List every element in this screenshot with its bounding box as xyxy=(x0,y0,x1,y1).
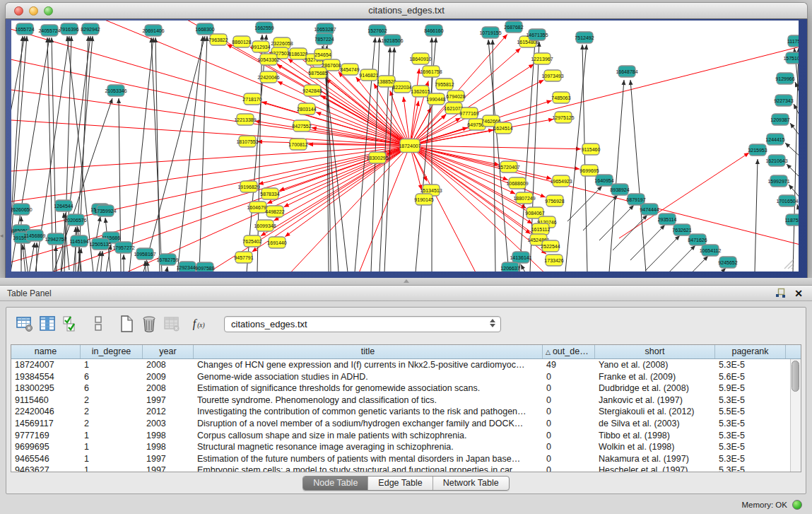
graph-edge xyxy=(410,146,581,149)
split-pane-divider[interactable] xyxy=(0,278,812,285)
table-cell: 6 xyxy=(81,371,143,383)
graph-edge xyxy=(630,80,646,271)
edge-arrowhead xyxy=(540,194,546,198)
graph-node-label: 2803144 xyxy=(297,107,316,112)
tab-network-table[interactable]: Network Table xyxy=(433,477,509,490)
scrollbar-thumb[interactable] xyxy=(792,361,799,392)
memory-status-indicator[interactable] xyxy=(792,500,802,510)
column-header-year[interactable]: year xyxy=(143,345,194,358)
graph-node-label: 6879197 xyxy=(626,197,645,202)
new-table-button[interactable] xyxy=(117,314,136,334)
merge-tables-button[interactable] xyxy=(88,314,108,334)
graph-node-label: 1244415 xyxy=(765,137,784,142)
edge-arrowhead xyxy=(744,153,749,157)
table-row[interactable]: 1938455462009Genome-wide association stu… xyxy=(11,371,790,383)
table-tab-group: Node TableEdge TableNetwork Table xyxy=(302,476,509,491)
graph-node-label: 8186328 xyxy=(288,52,307,57)
table-row[interactable]: 946554611997Estimation of the future num… xyxy=(11,453,790,465)
table-row[interactable]: 911546021997Tourette syndrome. Phenomeno… xyxy=(11,395,790,407)
table-cell: 6 xyxy=(81,382,143,395)
table-settings-button[interactable] xyxy=(15,314,35,334)
graph-node-label: 24055724 xyxy=(38,28,60,33)
table-cell: Structural magnetic resonance image aver… xyxy=(194,441,543,453)
float-panel-button[interactable] xyxy=(774,288,787,299)
network-frame: 1872400779638228860128991293423226058932… xyxy=(5,19,808,278)
graph-node-label: 7485063 xyxy=(551,95,570,100)
table-row[interactable]: 969969511998Structural magnetic resonanc… xyxy=(11,441,790,453)
graph-node-label: 10958167 xyxy=(134,252,155,257)
memory-status-label: Memory: OK xyxy=(741,501,787,509)
graph-node-label: 18807249 xyxy=(513,196,535,201)
close-panel-button[interactable]: ✕ xyxy=(792,288,805,299)
table-row[interactable]: 1872400712008Changes of HCN gene express… xyxy=(11,359,790,371)
window-titlebar[interactable]: citations_edges.txt xyxy=(5,2,808,19)
table-cell: 1 xyxy=(81,359,143,371)
column-header-pagerank[interactable]: pagerank xyxy=(715,345,786,358)
function-builder-button[interactable]: f (x) xyxy=(190,314,210,334)
table-scrollbar[interactable] xyxy=(790,359,801,472)
graph-node-label: 15992971 xyxy=(767,179,789,184)
table-row[interactable]: 2242004622012Investigating the contribut… xyxy=(11,406,790,418)
status-bar: Memory: OK xyxy=(0,495,812,514)
table-cell: 1998 xyxy=(143,430,194,442)
edge-arrowhead xyxy=(392,47,396,52)
graph-node-label: 1187533 xyxy=(785,218,799,223)
table-cell: Yano et al. (2008) xyxy=(595,359,715,371)
table-row[interactable]: 946362711997Embryonic stem cells: a mode… xyxy=(11,465,790,472)
tab-node-table[interactable]: Node Table xyxy=(303,477,367,490)
table-cell: Investigating the contribution of common… xyxy=(194,406,543,418)
table-row[interactable]: 1456911722003Disruption of a novel membe… xyxy=(11,418,790,430)
select-rows-button[interactable] xyxy=(60,314,80,334)
delete-table-button[interactable] xyxy=(139,314,159,334)
table-cell: Jankovic et al. (1997) xyxy=(595,395,715,407)
resize-grip-icon[interactable] xyxy=(783,258,796,269)
graph-node-label: 10543362 xyxy=(257,57,279,62)
show-columns-button[interactable] xyxy=(37,314,57,334)
graph-node-label: 1668300 xyxy=(195,27,214,32)
graph-node-label: 8466160 xyxy=(424,28,443,33)
zoom-window-button[interactable] xyxy=(44,6,53,16)
graph-node-label: 9756928 xyxy=(545,199,564,204)
graph-node-label: 8471626 xyxy=(688,238,707,243)
table-cell: 1 xyxy=(81,441,143,453)
graph-node-label: 19218506 xyxy=(381,38,403,43)
table-row[interactable]: 977716911998Corpus callosum shape and si… xyxy=(11,430,790,442)
column-header-short[interactable]: short xyxy=(595,345,715,358)
graph-node-label: 9190145 xyxy=(414,197,433,202)
table-panel: Table Panel ✕ xyxy=(0,285,812,514)
table-select-dropdown[interactable]: citations_edges.txt xyxy=(224,316,501,332)
edge-arrowhead xyxy=(356,77,361,82)
minimize-window-button[interactable] xyxy=(29,6,38,16)
graph-node-label: 22420046 xyxy=(257,75,279,80)
graph-node-label: 10688609 xyxy=(506,181,528,186)
graph-node-label: 2867608 xyxy=(322,63,341,68)
close-window-button[interactable] xyxy=(14,6,23,16)
graph-node-label: 9245652 xyxy=(718,260,737,265)
table-cell: 5.5E-5 xyxy=(715,406,786,418)
graph-node-label: 9129966 xyxy=(775,76,794,81)
column-header-in_degree[interactable]: in_degree xyxy=(81,345,143,358)
graph-node-label: 2718170 xyxy=(242,97,261,102)
column-header-name[interactable]: name xyxy=(11,345,81,358)
column-header-out_de[interactable]: △out_de… xyxy=(543,345,595,358)
merge-tables-icon xyxy=(92,315,105,333)
table-cell: 2009 xyxy=(143,371,194,383)
table-cell: 2008 xyxy=(143,382,194,395)
graph-node-label: 12505135 xyxy=(89,242,111,247)
table-row[interactable]: 1830029562008Estimation of significance … xyxy=(11,382,790,395)
graph-edge xyxy=(645,235,680,271)
show-columns-icon xyxy=(38,315,57,333)
edge-arrowhead xyxy=(580,45,584,49)
table-cell: 0 xyxy=(543,418,595,430)
graph-node-label: 21053346 xyxy=(105,88,126,93)
graph-node-label: 18107553 xyxy=(236,139,258,144)
network-window: citations_edges.txt 18724007796382288601… xyxy=(5,2,808,278)
graph-node-label: 1640954 xyxy=(594,178,613,183)
graph-node-label: 9912934 xyxy=(251,45,270,49)
network-view[interactable]: 1872400779638228860128991293423226058932… xyxy=(11,21,799,271)
column-header-title[interactable]: title xyxy=(194,345,543,358)
panel-collapse-handle[interactable]: ◂ xyxy=(0,232,4,239)
sort-ascending-icon: △ xyxy=(546,349,551,356)
tab-edge-table[interactable]: Edge Table xyxy=(367,477,432,490)
graph-node-label: 254654 xyxy=(314,52,331,57)
